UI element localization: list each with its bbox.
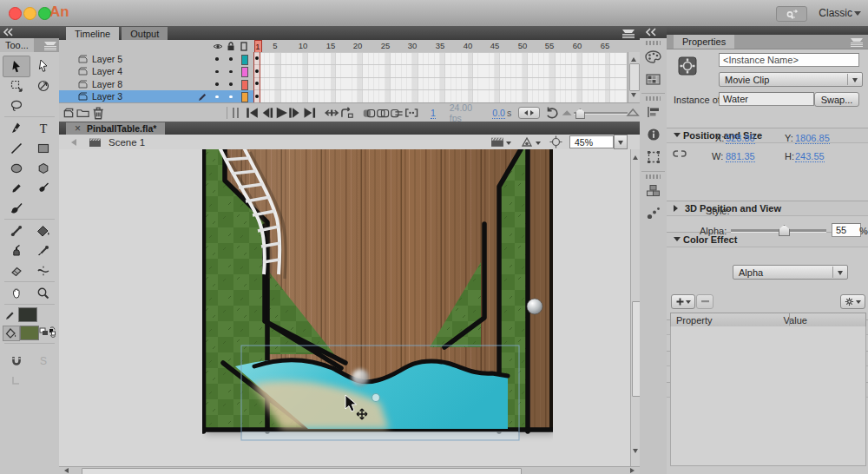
gradient-transform-tool[interactable]	[30, 76, 56, 95]
add-filter-button[interactable]	[671, 294, 695, 309]
close-window-button[interactable]	[9, 7, 22, 20]
link-width-height-icon[interactable]	[672, 148, 687, 160]
layer-visible-dot[interactable]	[215, 82, 219, 86]
value-column-header[interactable]: Value	[784, 315, 807, 326]
tools-panel-collapse-bar[interactable]	[0, 26, 59, 38]
timeline-panel-menu-icon[interactable]	[622, 29, 635, 37]
line-tool[interactable]	[3, 138, 30, 158]
stage-zoom-dropdown-button[interactable]	[614, 135, 628, 149]
section-position-and-size[interactable]: Position and Size	[667, 128, 868, 143]
swatches-panel-icon[interactable]	[640, 68, 667, 90]
go-to-last-frame-button[interactable]	[302, 106, 316, 120]
layer-lock-dot[interactable]	[229, 57, 233, 61]
ink-bottle-tool[interactable]	[3, 240, 30, 260]
delete-layer-button[interactable]	[91, 106, 105, 120]
show-all-layers-as-outlines-icon[interactable]	[240, 42, 247, 51]
filters-list-empty[interactable]	[670, 326, 866, 466]
lasso-tool[interactable]	[3, 95, 30, 115]
dock-collapse-bar[interactable]	[640, 26, 667, 38]
scroll-up-arrow-icon[interactable]	[631, 55, 636, 62]
timeline-zoom-slider[interactable]	[574, 108, 626, 118]
swap-default-colors-icons[interactable]	[39, 326, 56, 340]
new-layer-button[interactable]	[62, 106, 76, 120]
free-transform-tool[interactable]	[3, 76, 30, 95]
slider-thumb[interactable]	[575, 109, 585, 119]
play-button[interactable]	[274, 106, 288, 120]
edit-scene-button[interactable]	[490, 136, 504, 148]
width-tool[interactable]	[30, 260, 56, 280]
paint-bucket-tool[interactable]	[30, 221, 56, 240]
layer-lock-dot[interactable]	[229, 95, 233, 99]
oval-tool[interactable]	[3, 158, 30, 178]
frame-rate-readout[interactable]: 24.00 fps	[450, 102, 486, 123]
center-stage-button[interactable]	[549, 135, 562, 148]
stage-horizontal-scrollbar[interactable]	[59, 466, 640, 474]
minimize-window-button[interactable]	[23, 7, 36, 20]
stroke-color-swatch[interactable]	[18, 307, 37, 322]
show-hide-all-layers-icon[interactable]	[213, 43, 223, 50]
keyframe-dot[interactable]	[255, 95, 259, 98]
instance-name-input[interactable]: <Instance Name>	[719, 53, 859, 67]
timeline-vertical-scrollbar[interactable]	[628, 52, 640, 102]
stage-pasteboard[interactable]	[59, 149, 640, 466]
pencil-tool[interactable]	[3, 178, 30, 198]
rectangle-tool[interactable]	[30, 138, 56, 158]
alpha-slider[interactable]	[731, 224, 826, 236]
keyframe-dot[interactable]	[255, 56, 259, 60]
layer-visible-dot[interactable]	[215, 95, 219, 99]
transform-panel-icon[interactable]	[640, 146, 667, 168]
x-value[interactable]: 528.80	[726, 133, 755, 144]
tab-output[interactable]: Output	[122, 27, 168, 40]
scroll-left-arrow-icon[interactable]	[62, 468, 69, 473]
loop-playback-button[interactable]	[339, 106, 353, 120]
playhead-frame-indicator[interactable]: 1	[254, 40, 262, 53]
scroll-right-arrow-icon[interactable]	[630, 468, 637, 473]
tab-timeline[interactable]: Timeline	[66, 27, 119, 40]
fill-color-swatch[interactable]	[20, 326, 39, 340]
onion-skin-outlines-button[interactable]	[376, 106, 390, 120]
lock-unlock-all-layers-icon[interactable]	[227, 42, 235, 51]
scroll-up-arrow-icon[interactable]	[633, 153, 638, 160]
align-panel-icon[interactable]	[640, 101, 667, 123]
current-frame-readout[interactable]: 1	[431, 108, 436, 119]
step-back-button[interactable]	[260, 106, 273, 120]
components-panel-icon[interactable]	[640, 179, 667, 201]
layer-row[interactable]: Layer 4	[59, 65, 253, 78]
paint-brush-tool[interactable]	[3, 198, 30, 218]
reset-timeline-zoom-button[interactable]	[545, 106, 559, 120]
instance-of-value[interactable]: Water	[719, 92, 814, 106]
eraser-tool[interactable]	[3, 260, 30, 280]
new-folder-button[interactable]	[76, 106, 90, 120]
pinball-table[interactable]	[202, 149, 553, 440]
scene-name[interactable]: Scene 1	[108, 137, 145, 148]
layer-outline-color[interactable]	[241, 67, 248, 77]
workspace-switcher-icon[interactable]	[776, 6, 807, 22]
info-panel-icon[interactable]	[640, 123, 667, 146]
back-arrow-icon[interactable]	[68, 139, 76, 146]
pinball-shooter-lane[interactable]	[527, 299, 542, 314]
alpha-slider-thumb[interactable]	[779, 225, 790, 236]
alpha-value-input[interactable]: 55	[832, 223, 861, 237]
layer-lock-dot[interactable]	[229, 82, 233, 86]
layer-lock-dot[interactable]	[229, 70, 233, 74]
zoom-out-frames-icon[interactable]	[560, 106, 574, 120]
polystar-tool[interactable]	[30, 158, 56, 178]
h-value[interactable]: 243.55	[795, 151, 825, 162]
keyframe-dot[interactable]	[255, 69, 259, 73]
filter-options-gear-button[interactable]	[840, 294, 865, 309]
shorter-longer-frames-toggle[interactable]	[518, 107, 540, 119]
scroll-down-arrow-icon[interactable]	[633, 449, 638, 456]
step-forward-button[interactable]	[288, 106, 302, 120]
classic-brush-tool[interactable]	[30, 178, 56, 198]
layer-visible-dot[interactable]	[215, 57, 219, 61]
elapsed-time-readout[interactable]: 0.0	[492, 108, 505, 119]
layer-row[interactable]: Layer 5	[59, 53, 253, 66]
onion-skin-button[interactable]	[362, 106, 376, 120]
layer-visible-dot[interactable]	[215, 70, 219, 74]
scroll-thumb[interactable]	[629, 63, 640, 91]
zoom-in-frames-icon[interactable]	[626, 106, 640, 120]
go-to-first-frame-button[interactable]	[246, 106, 260, 120]
tools-panel-menu-icon[interactable]	[44, 41, 56, 49]
layer-row-selected[interactable]: Layer 3	[59, 90, 253, 103]
y-value[interactable]: 1806.85	[795, 133, 830, 144]
